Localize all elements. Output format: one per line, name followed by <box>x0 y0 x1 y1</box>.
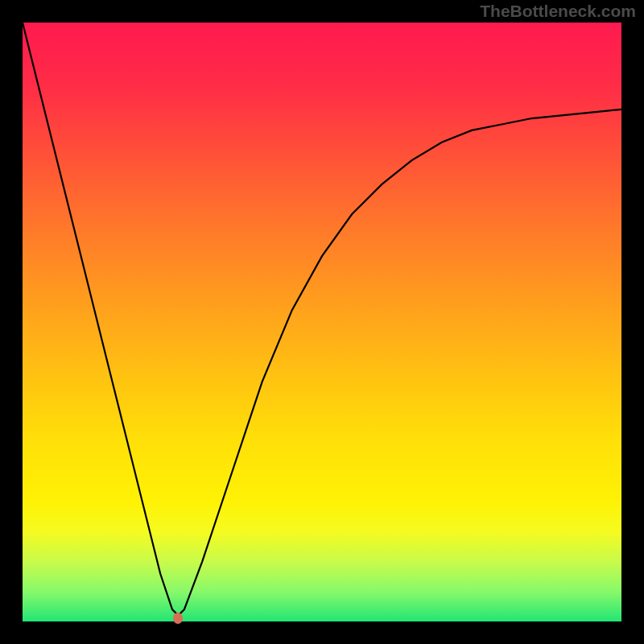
chart-container: TheBottleneck.com <box>0 0 644 644</box>
chart-curve-path <box>23 23 621 616</box>
minimum-marker <box>173 613 183 624</box>
curve-svg <box>23 23 621 621</box>
plot-area <box>23 23 621 621</box>
watermark-text: TheBottleneck.com <box>480 2 636 21</box>
